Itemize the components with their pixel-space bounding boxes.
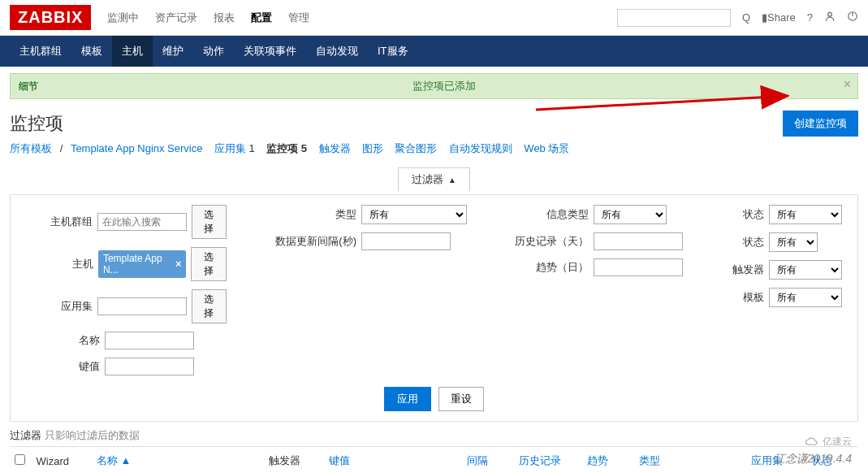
page-title: 监控项	[10, 111, 783, 136]
filter-toggle-button[interactable]: 过滤器▲	[398, 167, 470, 191]
nav-configuration[interactable]: 配置	[251, 11, 272, 25]
filter-col-2: 类型 所有 数据更新间隔(秒)	[259, 205, 467, 375]
subnav-maintenance[interactable]: 维护	[153, 36, 193, 67]
notice-message: 监控项已添加	[38, 79, 849, 93]
reset-button[interactable]: 重设	[438, 387, 484, 411]
share-link[interactable]: ▮Share	[762, 11, 796, 24]
items-table-wrap: Wizard 名称 ▲ 触发器 键值 间隔 历史记录 趋势 类型 应用集 状态 …	[0, 446, 868, 473]
svg-point-0	[828, 12, 832, 16]
triggers-select[interactable]: 所有	[769, 260, 842, 280]
label-trends: 趋势（日）	[499, 260, 589, 275]
label-type: 类型	[259, 207, 356, 222]
nav-reports[interactable]: 报表	[214, 11, 235, 25]
search-icon[interactable]: Q	[742, 11, 750, 24]
top-right: Q ▮Share ?	[617, 9, 858, 27]
nav-administration[interactable]: 管理	[288, 11, 309, 25]
sort-asc-icon: ▲	[120, 454, 131, 466]
col-name[interactable]: 名称 ▲	[92, 447, 264, 474]
host-tag[interactable]: Template App N...×	[98, 250, 186, 278]
filter-actions: 应用 重设	[27, 387, 841, 411]
application-select-button[interactable]: 选择	[192, 289, 227, 323]
hostgroup-select-button[interactable]: 选择	[192, 205, 227, 239]
label-status: 状态	[715, 207, 764, 222]
key-input[interactable]	[105, 358, 194, 375]
remove-tag-icon[interactable]: ×	[175, 258, 181, 270]
update-interval-input[interactable]	[361, 232, 451, 250]
logout-icon[interactable]	[847, 11, 858, 24]
label-application: 应用集	[27, 299, 93, 314]
breadcrumb-graphs[interactable]: 图形	[362, 142, 383, 154]
filter-col-1: 主机群组 选择 主机 Template App N...× 选择 应用集 选择 …	[27, 205, 227, 375]
label-triggers: 触发器	[715, 263, 764, 277]
filter-toggle-wrap: 过滤器▲	[0, 167, 868, 191]
breadcrumb-all-templates[interactable]: 所有模板	[10, 142, 52, 154]
top-bar: ZABBIX 监测中 资产记录 报表 配置 管理 Q ▮Share ?	[0, 0, 868, 36]
host-select-button[interactable]: 选择	[191, 247, 227, 281]
label-key: 键值	[27, 359, 100, 374]
col-key[interactable]: 键值	[324, 447, 462, 474]
label-name: 名称	[27, 333, 100, 348]
items-table: Wizard 名称 ▲ 触发器 键值 间隔 历史记录 趋势 类型 应用集 状态 …	[10, 446, 858, 473]
label-template: 模板	[715, 290, 764, 305]
col-triggers[interactable]: 触发器	[264, 447, 324, 474]
col-history[interactable]: 历史记录	[514, 447, 583, 474]
hostgroup-input[interactable]	[97, 213, 187, 231]
nav-monitoring[interactable]: 监测中	[107, 11, 139, 25]
select-all-checkbox[interactable]	[15, 454, 25, 465]
page-header: 监控项 创建监控项	[0, 106, 868, 138]
breadcrumb-web[interactable]: Web 场景	[524, 142, 569, 154]
label-state: 状态	[715, 235, 764, 250]
info-type-select[interactable]: 所有	[594, 205, 667, 224]
label-host: 主机	[27, 257, 93, 271]
breadcrumb-triggers[interactable]: 触发器	[319, 142, 351, 154]
application-input[interactable]	[97, 297, 187, 315]
col-type[interactable]: 类型	[634, 447, 746, 474]
apply-button[interactable]: 应用	[384, 387, 431, 411]
subnav-hostgroups[interactable]: 主机群组	[10, 36, 71, 67]
app-count: 1	[249, 142, 255, 154]
filter-note: 过滤器 只影响过滤后的数据	[0, 422, 868, 446]
col-wizard[interactable]: Wizard	[32, 447, 92, 474]
global-search-input[interactable]	[617, 9, 731, 27]
trends-input[interactable]	[594, 258, 683, 276]
create-item-button[interactable]: 创建监控项	[783, 111, 858, 137]
breadcrumb-sep: /	[60, 142, 63, 154]
subnav-actions[interactable]: 动作	[193, 36, 234, 67]
chevron-up-icon: ▲	[448, 176, 456, 184]
watermark: 江念谦2019.4.4	[774, 452, 853, 466]
breadcrumb: 所有模板 / Template App Nginx Service 应用集 1 …	[0, 138, 868, 164]
top-nav: 监测中 资产记录 报表 配置 管理	[107, 11, 616, 25]
status-select[interactable]: 所有	[769, 205, 842, 224]
type-select[interactable]: 所有	[361, 205, 467, 224]
success-notice: 细节 监控项已添加 ×	[10, 73, 858, 99]
label-history: 历史记录（天）	[499, 234, 589, 249]
notice-detail-toggle[interactable]: 细节	[19, 80, 38, 93]
breadcrumb-applications[interactable]: 应用集	[214, 142, 246, 154]
history-input[interactable]	[594, 232, 683, 250]
col-trends[interactable]: 趋势	[582, 447, 634, 474]
breadcrumb-screens[interactable]: 聚合图形	[395, 142, 437, 154]
label-hostgroup: 主机群组	[27, 215, 93, 229]
user-icon[interactable]	[824, 11, 836, 24]
close-icon[interactable]: ×	[844, 77, 851, 92]
filter-toggle-label: 过滤器	[412, 173, 443, 185]
filter-panel: 主机群组 选择 主机 Template App N...× 选择 应用集 选择 …	[10, 194, 858, 422]
subnav-hosts[interactable]: 主机	[112, 36, 153, 67]
help-icon[interactable]: ?	[807, 11, 813, 24]
nav-inventory[interactable]: 资产记录	[155, 11, 197, 25]
breadcrumb-items: 监控项 5	[266, 142, 307, 154]
name-input[interactable]	[105, 332, 194, 349]
breadcrumb-template[interactable]: Template App Nginx Service	[71, 142, 203, 154]
cloud-badge: 亿速云	[805, 435, 852, 449]
subnav-discovery[interactable]: 自动发现	[306, 36, 368, 67]
template-select[interactable]: 所有	[769, 288, 842, 307]
sub-nav: 主机群组 模板 主机 维护 动作 关联项事件 自动发现 IT服务	[0, 36, 868, 67]
filter-col-4: 状态 所有 状态 所有 触发器 所有 模板 所有	[715, 205, 842, 375]
subnav-templates[interactable]: 模板	[71, 36, 112, 67]
logo[interactable]: ZABBIX	[10, 5, 91, 30]
breadcrumb-discovery[interactable]: 自动发现规则	[449, 142, 512, 154]
subnav-correlation[interactable]: 关联项事件	[234, 36, 306, 67]
state-select[interactable]: 所有	[769, 232, 818, 252]
subnav-itservices[interactable]: IT服务	[368, 36, 418, 67]
col-interval[interactable]: 间隔	[462, 447, 514, 474]
